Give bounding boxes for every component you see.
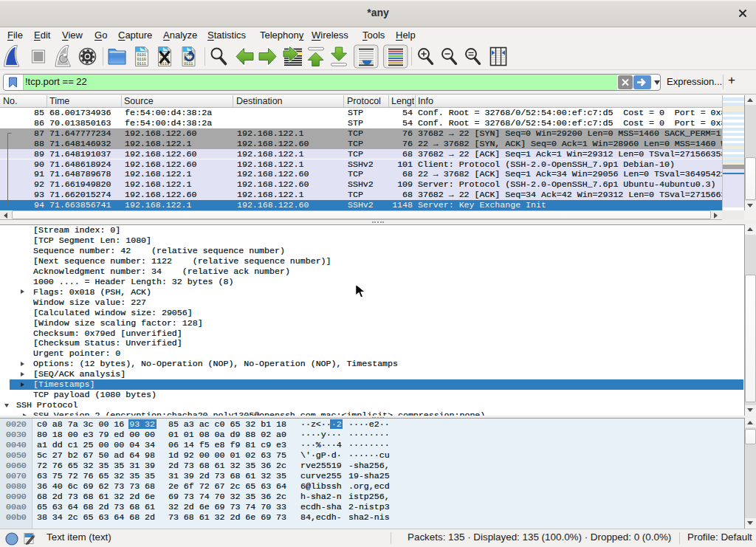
svg-text:0111: 0111 <box>184 62 193 66</box>
svg-text:0111: 0111 <box>137 62 146 66</box>
